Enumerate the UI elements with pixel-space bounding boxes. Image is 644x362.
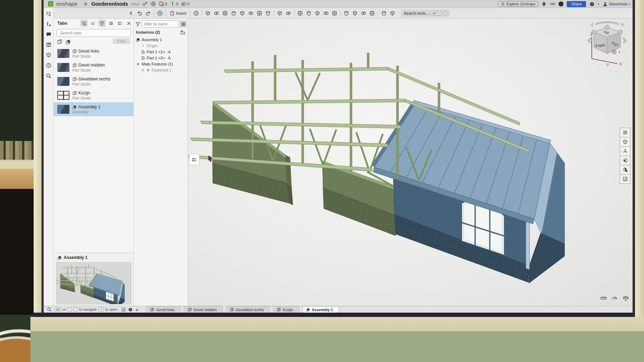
- tab-list-item-geveldeel-rechts[interactable]: Geveldeel rechts Part Studio: [54, 74, 134, 88]
- main-menu-icon[interactable]: ≡: [84, 1, 87, 7]
- viewport-tool-button[interactable]: [620, 128, 630, 137]
- bom-tool-icon[interactable]: [388, 9, 397, 17]
- status-dot-icon[interactable]: [558, 1, 564, 6]
- mate-connector-tool-icon[interactable]: [221, 9, 229, 17]
- strip-icon[interactable]: [44, 61, 54, 70]
- public-globe-icon[interactable]: [151, 1, 156, 6]
- chevron-right-icon[interactable]: [141, 68, 145, 72]
- filter-by-name-input[interactable]: Filter by name: [142, 20, 179, 28]
- planar-tool-icon[interactable]: [255, 9, 264, 17]
- tree-row[interactable]: Origin: [134, 43, 188, 49]
- viewcube-top-label[interactable]: Top: [603, 30, 610, 35]
- sort-tabs-icon[interactable]: [89, 20, 97, 27]
- redo-icon[interactable]: [144, 9, 152, 17]
- list-view-icon[interactable]: [107, 20, 114, 27]
- linear-pattern-tool-icon[interactable]: [322, 9, 330, 17]
- circular-pattern-tool-icon[interactable]: [330, 9, 339, 17]
- view-cube[interactable]: Top Front Right Z X: [585, 19, 630, 69]
- clear-filter-button[interactable]: Clear: [113, 38, 130, 44]
- exploded-view-tool-icon[interactable]: [342, 9, 351, 17]
- share-link-icon[interactable]: [142, 1, 148, 6]
- tree-row[interactable]: Part 1 <1>: [134, 49, 188, 55]
- viewport-tool-button[interactable]: [620, 146, 630, 156]
- strip-icon[interactable]: [44, 9, 54, 18]
- doc-stat[interactable]: 0: [159, 1, 167, 6]
- strip-icon[interactable]: [44, 30, 54, 39]
- add-folder-icon[interactable]: [180, 30, 185, 35]
- viewport-tool-button[interactable]: [620, 174, 630, 184]
- close-panel-icon[interactable]: [125, 20, 132, 27]
- help-icon[interactable]: [589, 1, 595, 7]
- mate-tool-icon[interactable]: [204, 9, 212, 17]
- instances-list-view-icon[interactable]: [180, 20, 187, 28]
- ball-tool-icon[interactable]: [275, 9, 284, 17]
- user-menu[interactable]: Steamtrain ▾: [602, 1, 630, 7]
- goods-shed-model[interactable]: [188, 19, 633, 306]
- collapse-panel-icon[interactable]: [127, 9, 135, 17]
- group-tool-icon[interactable]: [212, 9, 221, 17]
- filter-assembly-icon[interactable]: [65, 39, 72, 45]
- slider-tool-icon[interactable]: [247, 9, 255, 17]
- mate-connector-icon[interactable]: [167, 50, 171, 54]
- 3d-viewport[interactable]: Top Front Right Z X ▾: [188, 19, 633, 306]
- tab-list-item-assembly-1[interactable]: Assembly 1 Assembly: [54, 102, 134, 116]
- tangent-tool-icon[interactable]: [296, 9, 304, 17]
- manage-tabs-icon[interactable]: [121, 307, 126, 312]
- strip-icon[interactable]: [44, 71, 54, 80]
- notifications-bell-icon[interactable]: [541, 1, 547, 7]
- document-tab[interactable]: Kozijn: [273, 306, 299, 313]
- snapshot-tool-icon[interactable]: [351, 9, 359, 17]
- filter-tabs-icon[interactable]: [98, 20, 106, 27]
- strip-icon[interactable]: [44, 40, 54, 49]
- search-tabs-input[interactable]: Search tabs: [57, 29, 131, 37]
- fastened-tool-icon[interactable]: [229, 9, 238, 17]
- performance-icon[interactable]: [611, 295, 618, 301]
- strip-icon[interactable]: [44, 50, 54, 60]
- document-tab[interactable]: Assembly 1: [302, 306, 339, 313]
- undo-icon[interactable]: [135, 9, 144, 17]
- viewport-tool-button[interactable]: [620, 156, 630, 165]
- filter-part-studio-icon[interactable]: [57, 39, 63, 45]
- viewport-tool-button[interactable]: [620, 137, 630, 147]
- view-options[interactable]: ▾: [611, 49, 620, 55]
- tab-list-item-gevel-midden[interactable]: Gevel midden Part Studio: [54, 60, 134, 74]
- search-tools[interactable]: Search tools... alt/⌥ c: [401, 10, 450, 17]
- add-tab-button[interactable]: +: [136, 307, 139, 313]
- document-tab[interactable]: Gevel midden: [184, 306, 223, 313]
- search-tabs-icon[interactable]: [80, 20, 88, 27]
- cylindrical-tool-icon[interactable]: [264, 9, 272, 17]
- named-positions-tool-icon[interactable]: [359, 9, 368, 17]
- document-tab[interactable]: Gevel links: [146, 306, 180, 313]
- doc-stat[interactable]: 0: [170, 1, 178, 6]
- mass-properties-icon[interactable]: [623, 295, 629, 301]
- detail-view-icon[interactable]: [116, 20, 123, 27]
- expand-panel-button[interactable]: [189, 154, 200, 165]
- branch-label[interactable]: Main: [131, 2, 140, 6]
- onshape-logo-icon[interactable]: ⬡: [48, 1, 53, 6]
- tree-row[interactable]: Mate Features (1): [134, 61, 188, 67]
- doc-stat[interactable]: 0: [181, 1, 189, 6]
- tab-list-item-gevel-links[interactable]: Gevel links Part Studio: [54, 47, 134, 60]
- tab-search-icon[interactable]: [47, 307, 52, 312]
- strip-icon[interactable]: [44, 19, 54, 29]
- tree-row[interactable]: Assembly 1: [134, 36, 188, 43]
- assembly-preview-thumbnail[interactable]: [56, 262, 131, 304]
- appearance-tool-icon[interactable]: [380, 9, 388, 17]
- viewport-tool-button[interactable]: [620, 165, 630, 175]
- tabs-help-icon[interactable]: [128, 307, 133, 312]
- tree-row[interactable]: Part 1 <2>: [134, 55, 188, 61]
- rollback-icon[interactable]: [156, 9, 164, 17]
- tree-row[interactable]: Fastened 1: [134, 67, 188, 73]
- parallel-tool-icon[interactable]: [284, 9, 293, 17]
- share-button[interactable]: Share: [567, 1, 586, 7]
- history-clock-icon[interactable]: [192, 9, 200, 17]
- mate-relation-tool-icon[interactable]: [304, 9, 313, 17]
- document-tab[interactable]: Geveldeel rechts: [226, 306, 270, 313]
- revolute-tool-icon[interactable]: [238, 9, 247, 17]
- explore-onshape-button[interactable]: Explore Onshape: [498, 1, 538, 7]
- measure-icon[interactable]: [600, 295, 607, 301]
- tab-list-item-kozijn[interactable]: Kozijn Part Studio: [54, 88, 134, 102]
- filter-instances-icon[interactable]: [135, 21, 141, 27]
- app-store-icon[interactable]: [550, 1, 555, 7]
- insert-button[interactable]: Insert: [167, 11, 189, 16]
